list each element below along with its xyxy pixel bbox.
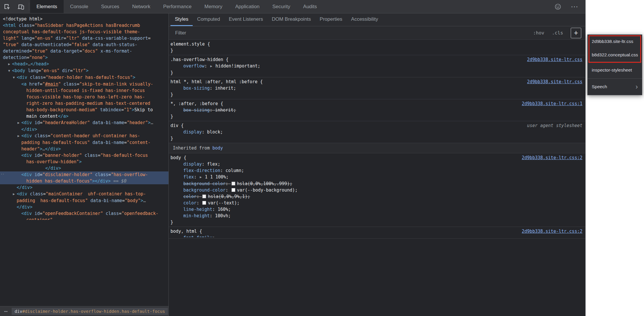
dom-tree-row[interactable]: focus-visible has-top-zero has-left-zero…	[0, 94, 168, 100]
style-rule-line[interactable]: color: hsla(0,0%,9%,1);	[169, 193, 585, 200]
menu-item-speech[interactable]: Speech›	[588, 79, 642, 95]
styles-tab-properties[interactable]: Properties	[315, 13, 347, 26]
dom-tree-row[interactable]: padding has-default-focus" data-bi-name=…	[0, 197, 168, 204]
tab-audits[interactable]: Audits	[297, 0, 323, 13]
dom-tree-row[interactable]: <html class="hasSidebar hasPageActions h…	[0, 22, 168, 29]
breadcrumb-selected-node[interactable]: div#disclaimer-holder.has-overflow-hidde…	[12, 308, 168, 315]
styles-tab-accessibility[interactable]: Accessibility	[347, 13, 383, 26]
style-rule-line[interactable]: background-color: var(--body-background)…	[169, 187, 585, 193]
dom-tree-row[interactable]: has-overflow-hidden">	[0, 159, 168, 165]
inspect-element-icon[interactable]	[0, 0, 14, 13]
dom-tree-row[interactable]: ▶ <div id="headerAreaHolder" data-bi-nam…	[0, 119, 168, 126]
style-rule-line[interactable]: min-height: 100vh;	[169, 213, 585, 219]
dom-tree-row[interactable]: </div>	[0, 184, 168, 191]
attribute-href-link[interactable]: #main	[45, 81, 58, 87]
style-rule-line[interactable]: }	[169, 70, 585, 76]
expand-arrow-icon[interactable]: ▶	[8, 62, 12, 66]
stylesheet-link[interactable]: 2d9bb338.site-ltr.css:1	[522, 100, 582, 107]
style-rule-line[interactable]: }	[169, 219, 585, 225]
style-rule-line[interactable]: }	[169, 91, 585, 98]
style-rule-line[interactable]: element.style {	[169, 41, 585, 47]
styles-tab-computed[interactable]: Computed	[193, 13, 224, 26]
stylesheet-link[interactable]: 2d9bb338.site-ltr.css	[527, 56, 582, 63]
tab-performance[interactable]: Performance	[157, 0, 198, 13]
dom-tree-row[interactable]: <div id="banner-holder" class="has-defau…	[0, 152, 168, 159]
tab-application[interactable]: Application	[229, 0, 266, 13]
device-toolbar-icon[interactable]	[14, 0, 28, 13]
dom-tree-row[interactable]: </div>	[0, 165, 168, 171]
tab-security[interactable]: Security	[266, 0, 297, 13]
dom-tree-row[interactable]: <a href="#main" class="skip-to-main-link…	[0, 81, 168, 87]
style-rule-line[interactable]: display: block;	[169, 129, 585, 135]
dom-tree-row[interactable]: hidden-until-focused is-fixed has-inner-…	[0, 87, 168, 94]
color-swatch[interactable]	[202, 195, 206, 198]
style-rule-line[interactable]: }	[169, 47, 585, 54]
dom-tree-row[interactable]: main content</a>	[0, 113, 168, 119]
class-toggle-button[interactable]: .cls	[552, 30, 563, 36]
dom-tree-row[interactable]: right-zero has-padding-medium has-text-c…	[0, 100, 168, 107]
statusbar-more-icon[interactable]: ⋯	[0, 308, 12, 314]
expand-arrow-icon[interactable]: ▼	[13, 76, 17, 79]
dom-tree-row[interactable]: light" lang="en-us" dir="ltr" data-css-v…	[0, 35, 168, 41]
dom-tree-row[interactable]: </div>	[0, 204, 168, 210]
style-rule-line[interactable]: font-family:	[169, 235, 585, 237]
dom-tree-row[interactable]: container"	[0, 217, 168, 220]
style-rule-line[interactable]: flex: ▶ 1 1 100%;	[169, 174, 585, 180]
dom-tree-row[interactable]: header">…</div>	[0, 146, 168, 152]
dom-tree-row[interactable]: hidden has-default-focus"></div> == $0	[0, 178, 168, 184]
style-rule-line[interactable]: html *, html :after, html :before {2d9bb…	[169, 79, 585, 85]
style-rule-line[interactable]: body, html {2d9bb338.site-ltr.css:2	[169, 228, 585, 235]
styles-tab-styles[interactable]: Styles	[170, 13, 193, 26]
expand-triangle-icon[interactable]: ▶	[199, 175, 202, 179]
tab-console[interactable]: Console	[64, 0, 95, 13]
expand-arrow-icon[interactable]: ▶	[13, 192, 17, 196]
dom-tree-row[interactable]: determined="true" data-target="docs" x-m…	[0, 48, 168, 54]
dom-tree-row[interactable]: padding has-default-focus" data-bi-name=…	[0, 139, 168, 146]
tab-elements[interactable]: Elements	[30, 0, 64, 13]
style-rule-line[interactable]: line-height: 160%;	[169, 206, 585, 213]
stylesheet-link[interactable]: 2d9bb338.site-ltr.css:2	[522, 228, 582, 235]
styles-tab-dom-breakpoints[interactable]: DOM Breakpoints	[267, 13, 315, 26]
menu-item-inspector-stylesheet[interactable]: inspector-stylesheet	[588, 62, 642, 78]
dom-tree-row[interactable]: <div id="disclaimer-holder" class="has-o…	[0, 171, 168, 178]
dom-tree-row[interactable]: ▼ <body lang="en-us" dir="ltr">	[0, 67, 168, 74]
color-swatch[interactable]	[232, 188, 235, 192]
new-style-rule-button[interactable]: +	[571, 28, 581, 38]
style-rule-line[interactable]: overflow: ▶ hidden!important;	[169, 63, 585, 70]
dom-tree-row[interactable]: ▶ <div class="content-header uhf-contain…	[0, 133, 168, 139]
dom-tree-row[interactable]: has-body-background-medium" tabindex="1"…	[0, 107, 168, 113]
style-rule-line[interactable]: display: flex;	[169, 161, 585, 167]
tab-sources[interactable]: Sources	[95, 0, 126, 13]
feedback-smiley-icon[interactable]	[554, 3, 561, 10]
style-rule-line[interactable]: body {2d9bb338.site-ltr.css:2	[169, 154, 585, 161]
style-rule-line[interactable]: }	[169, 135, 585, 142]
stylesheet-link[interactable]: 2d9bb338.site-ltr.css	[527, 79, 582, 85]
dom-tree-row[interactable]: "true" data-authenticated="false" data-a…	[0, 41, 168, 48]
expand-triangle-icon[interactable]: ▶	[210, 64, 213, 68]
dom-tree-row[interactable]: <!doctype html>	[0, 16, 168, 22]
style-rule-line[interactable]: div {user agent stylesheet	[169, 122, 585, 129]
more-options-icon[interactable]: ⋯	[571, 3, 578, 10]
filter-input[interactable]	[169, 30, 533, 36]
style-rule-line[interactable]: }	[169, 113, 585, 120]
stylesheet-link[interactable]: 2d9bb338.site-ltr.css:2	[522, 154, 582, 161]
dom-tree-row[interactable]: <div id="openFeedbackContainer" class="o…	[0, 210, 168, 217]
style-rule-line[interactable]: color: var(--text);	[169, 200, 585, 206]
dom-tree-row[interactable]: conceptual has-default-focus js-focus-vi…	[0, 29, 168, 35]
pseudo-state-button[interactable]: :hov	[533, 30, 544, 36]
style-rule-line[interactable]: box-sizing: inherit;	[169, 107, 585, 113]
menu-item-b8d322-conceptual-css[interactable]: b8d322.conceptual.css	[588, 48, 642, 62]
inherited-body-link[interactable]: body	[212, 145, 223, 151]
style-rule-line[interactable]: .has-overflow-hidden {2d9bb338.site-ltr.…	[169, 56, 585, 63]
tab-network[interactable]: Network	[126, 0, 157, 13]
expand-arrow-icon[interactable]: ▶	[18, 121, 21, 125]
color-swatch[interactable]	[232, 182, 235, 185]
expand-arrow-icon[interactable]: ▼	[8, 69, 12, 73]
menu-item-2d9bb338-site-ltr-css[interactable]: 2d9bb338.site-ltr.css	[588, 35, 642, 48]
dom-tree-row[interactable]: ▶ <div class="mainContainer uhf-containe…	[0, 191, 168, 197]
expand-arrow-icon[interactable]: ▶	[18, 134, 21, 138]
style-rule-line[interactable]: flex-direction: column;	[169, 167, 585, 174]
dom-tree-row[interactable]: ▼ <div class="header-holder has-default-…	[0, 74, 168, 81]
dom-tree-row[interactable]: </div>	[0, 126, 168, 133]
styles-tab-event-listeners[interactable]: Event Listeners	[224, 13, 267, 26]
